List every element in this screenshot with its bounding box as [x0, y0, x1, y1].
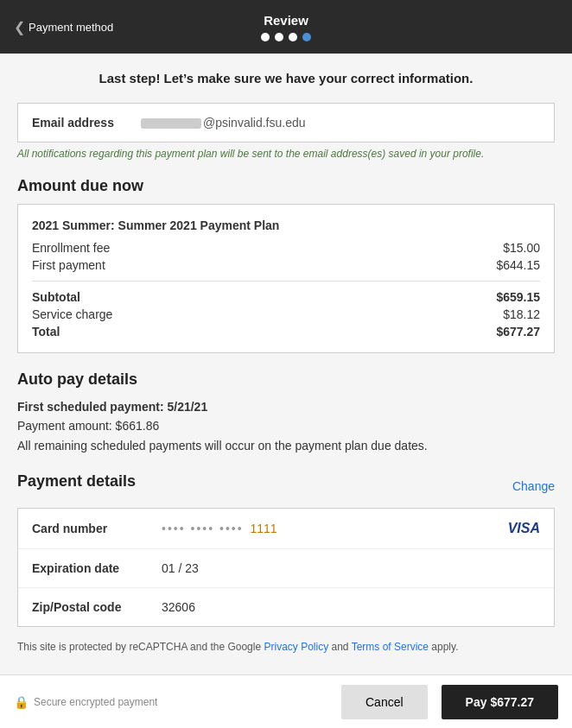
step-dot-3 — [289, 33, 297, 41]
expiration-date-value: 01 / 23 — [162, 561, 540, 575]
email-label: Email address — [32, 116, 127, 130]
card-last-four: 1111 — [251, 522, 277, 535]
expiration-date-row: Expiration date 01 / 23 — [18, 549, 554, 588]
step-indicators — [261, 33, 311, 41]
enrollment-fee-label: Enrollment fee — [32, 241, 110, 255]
first-payment-value: $644.15 — [496, 258, 540, 272]
subtotal-label: Subtotal — [32, 290, 80, 304]
header-title: Review — [261, 13, 311, 28]
secure-label: 🔒 Secure encrypted payment — [14, 695, 327, 709]
header-center: Review — [261, 13, 311, 41]
service-charge-label: Service charge — [32, 307, 112, 321]
autopay-first-scheduled: First scheduled payment: 5/21/21 — [17, 397, 555, 416]
lock-icon: 🔒 — [14, 695, 29, 709]
email-redacted — [141, 118, 201, 129]
email-value: @psinvalid.fsu.edu — [141, 116, 306, 130]
autopay-section: Auto pay details First scheduled payment… — [17, 370, 555, 455]
terms-of-service-link[interactable]: Terms of Service — [352, 641, 429, 653]
card-number-label: Card number — [32, 522, 162, 535]
card-dots: •••• •••• •••• — [162, 522, 244, 535]
divider — [32, 281, 540, 282]
step-dot-2 — [275, 33, 283, 41]
chevron-left-icon: ❮ — [14, 19, 25, 35]
visa-badge: VISA — [508, 521, 540, 536]
recaptcha-notice: This site is protected by reCAPTCHA and … — [17, 641, 555, 653]
recaptcha-text-between: and — [328, 641, 351, 653]
card-number-row: Card number •••• •••• •••• 1111 VISA — [18, 509, 554, 549]
enrollment-fee-value: $15.00 — [503, 241, 540, 255]
back-label: Payment method — [29, 21, 113, 34]
email-suffix: @psinvalid.fsu.edu — [203, 116, 306, 130]
total-label: Total — [32, 325, 60, 339]
subtotal-row: Subtotal $659.15 — [32, 290, 540, 304]
autopay-title: Auto pay details — [17, 370, 555, 389]
first-payment-label: First payment — [32, 258, 105, 272]
zip-code-label: Zip/Postal code — [32, 600, 162, 614]
main-content: Last step! Let’s make sure we have your … — [0, 54, 572, 728]
recaptcha-text-after: apply. — [429, 641, 458, 653]
cancel-button[interactable]: Cancel — [341, 685, 428, 719]
plan-title: 2021 Summer: Summer 2021 Payment Plan — [32, 218, 540, 232]
subtotal-value: $659.15 — [496, 290, 540, 304]
privacy-policy-link[interactable]: Privacy Policy — [264, 641, 328, 653]
total-value: $677.27 — [496, 325, 540, 339]
expiration-date-label: Expiration date — [32, 561, 162, 575]
line-item-first-payment: First payment $644.15 — [32, 258, 540, 272]
payment-details-box: Card number •••• •••• •••• 1111 VISA Exp… — [17, 508, 555, 627]
page-subtitle: Last step! Let’s make sure we have your … — [17, 71, 555, 85]
payment-details-title: Payment details — [17, 472, 136, 491]
amount-due-title: Amount due now — [17, 177, 555, 195]
zip-code-row: Zip/Postal code 32606 — [18, 588, 554, 626]
first-scheduled-text: First scheduled payment: 5/21/21 — [17, 400, 207, 414]
pay-button[interactable]: Pay $677.27 — [442, 685, 558, 719]
amount-due-box: 2021 Summer: Summer 2021 Payment Plan En… — [17, 204, 555, 353]
change-link[interactable]: Change — [512, 479, 555, 493]
card-number-value: •••• •••• •••• 1111 — [162, 522, 508, 535]
zip-code-value: 32606 — [162, 600, 540, 614]
secure-text: Secure encrypted payment — [34, 696, 157, 708]
step-dot-4 — [302, 33, 311, 41]
autopay-payment-amount: Payment amount: $661.86 — [17, 416, 555, 435]
recaptcha-text-before: This site is protected by reCAPTCHA and … — [17, 641, 264, 653]
total-row: Total $677.27 — [32, 325, 540, 339]
payment-details-header: Payment details Change — [17, 472, 555, 499]
header: ❮ Payment method Review — [0, 0, 572, 54]
email-section: Email address @psinvalid.fsu.edu — [17, 103, 555, 142]
footer-bar: 🔒 Secure encrypted payment Cancel Pay $6… — [0, 674, 572, 728]
email-notice: All notifications regarding this payment… — [17, 148, 555, 160]
line-item-enrollment: Enrollment fee $15.00 — [32, 241, 540, 255]
step-dot-1 — [261, 33, 270, 41]
autopay-remaining-notice: All remaining scheduled payments will oc… — [17, 436, 555, 455]
service-charge-value: $18.12 — [503, 307, 540, 321]
back-button[interactable]: ❮ Payment method — [14, 19, 113, 35]
service-charge-row: Service charge $18.12 — [32, 307, 540, 321]
